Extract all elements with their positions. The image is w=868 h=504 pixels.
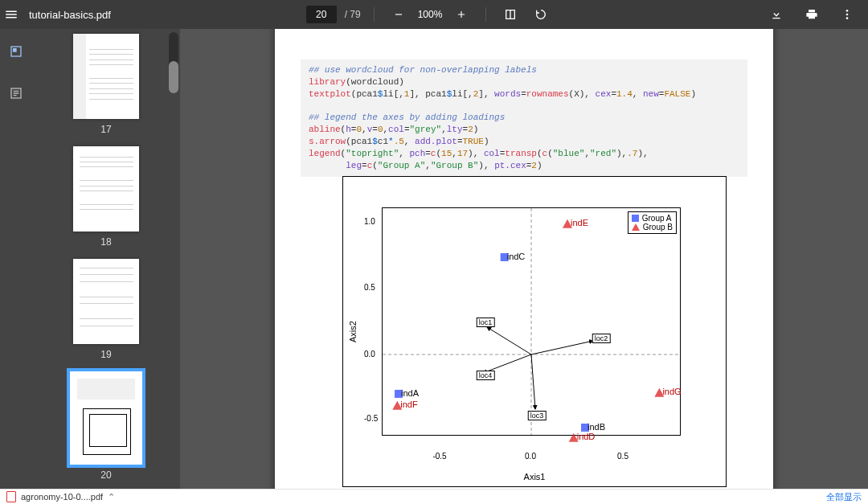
rotate-icon[interactable]	[530, 3, 552, 26]
y-axis-label: Axis2	[348, 177, 358, 486]
point-indC: indC	[501, 252, 526, 261]
more-icon[interactable]	[836, 3, 858, 26]
plot-legend: Group A Group B	[628, 211, 677, 234]
download-filename: agronomy-10-0....pdf	[21, 492, 103, 502]
pca-plot: Axis1 Axis2 -0.5 0.0 0.5 -0.5 0.0 0.5 1.…	[342, 176, 727, 487]
svg-point-2	[846, 17, 849, 19]
divider	[485, 7, 486, 22]
chevron-up-icon[interactable]: ⌃	[108, 492, 115, 502]
document-title: tutorial-basics.pdf	[29, 9, 111, 21]
y-tick: 1.0	[364, 217, 375, 226]
thumbnail-19[interactable]: 19	[73, 259, 139, 360]
x-axis-label: Axis1	[343, 472, 726, 481]
zoom-in-icon[interactable]	[450, 3, 473, 26]
sidebar-scrollbar-thumb[interactable]	[169, 61, 178, 93]
point-indB: indB	[581, 422, 605, 432]
thumbnail-sidebar: 17 18 19 20	[0, 29, 180, 490]
fit-page-icon[interactable]	[499, 3, 522, 26]
code-block: ## use wordcloud for non-overlapping lab…	[301, 59, 747, 177]
pdf-icon	[6, 491, 16, 502]
svg-point-1	[846, 14, 849, 16]
point-indD: indD	[569, 432, 596, 442]
page-total: / 79	[345, 9, 361, 20]
pdf-page: ## use wordcloud for non-overlapping lab…	[275, 29, 773, 490]
thumb-label: 18	[100, 236, 111, 248]
loading-label: loc1	[477, 318, 495, 327]
svg-line-10	[531, 354, 535, 409]
point-indG: indG	[654, 387, 681, 397]
download-icon[interactable]	[765, 3, 788, 26]
document-viewport[interactable]: ## use wordcloud for non-overlapping lab…	[180, 29, 868, 490]
download-shelf: agronomy-10-0....pdf ⌃ 全部显示	[0, 489, 868, 504]
loading-label: loc3	[528, 411, 547, 420]
point-indA: indA	[395, 388, 419, 398]
print-icon[interactable]	[800, 3, 823, 26]
zoom-level: 100%	[418, 9, 443, 20]
thumb-label: 20	[100, 469, 111, 481]
thumbnail-18[interactable]: 18	[73, 146, 139, 248]
outline-icon[interactable]	[5, 82, 27, 104]
divider	[374, 7, 375, 22]
svg-line-8	[487, 327, 531, 354]
show-all-downloads[interactable]: 全部显示	[826, 491, 862, 503]
point-indF: indF	[392, 400, 417, 410]
download-item[interactable]: agronomy-10-0....pdf ⌃	[6, 491, 115, 502]
pdf-toolbar: tutorial-basics.pdf / 79 100%	[0, 0, 868, 29]
y-tick: -0.5	[364, 414, 378, 423]
svg-rect-4	[13, 48, 17, 52]
loading-label: loc4	[477, 371, 495, 380]
zoom-out-icon[interactable]	[387, 3, 410, 26]
thumb-label: 17	[100, 124, 111, 135]
y-tick: 0.0	[364, 350, 375, 359]
svg-point-0	[846, 10, 849, 12]
x-tick: 0.0	[525, 452, 536, 461]
page-number-input[interactable]	[306, 6, 337, 23]
menu-icon[interactable]	[0, 3, 23, 26]
loading-label: loc2	[592, 334, 611, 343]
thumbnail-17[interactable]: 17	[73, 34, 139, 135]
plot-inner: loc1 loc2 loc3 loc4 indA indF indC indE …	[382, 207, 681, 436]
x-tick: 0.5	[617, 452, 628, 461]
point-indE: indE	[563, 218, 588, 228]
thumb-label: 19	[100, 349, 111, 360]
x-tick: -0.5	[432, 452, 446, 461]
y-tick: 0.5	[364, 283, 375, 292]
thumbnails-icon[interactable]	[5, 40, 27, 63]
thumbnail-20[interactable]: 20	[70, 371, 142, 481]
svg-line-9	[531, 341, 593, 354]
